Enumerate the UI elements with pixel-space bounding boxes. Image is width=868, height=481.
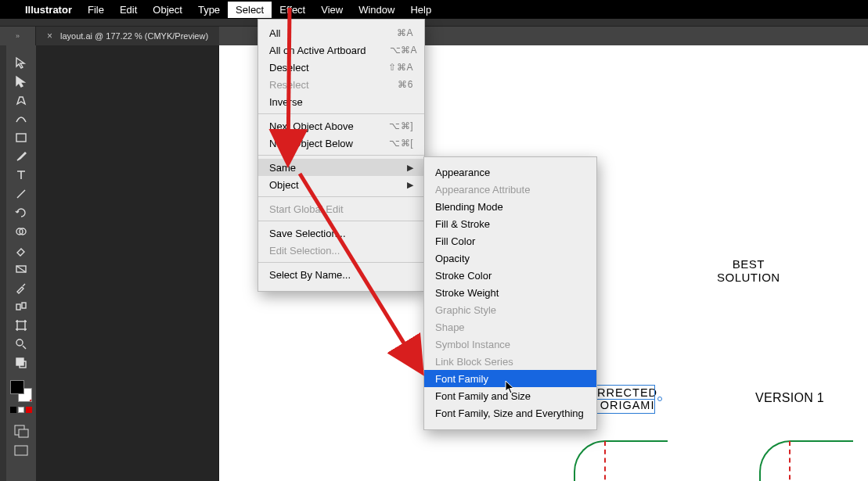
submenu-stroke-weight[interactable]: Stroke Weight bbox=[424, 284, 596, 301]
menu-item-global-edit: Start Global Edit bbox=[258, 200, 424, 217]
menu-view[interactable]: View bbox=[321, 4, 343, 16]
rectangle-tool[interactable] bbox=[9, 128, 34, 147]
document-tab-label: layout.ai @ 177.22 % (CMYK/Preview) bbox=[60, 31, 208, 41]
document-tab[interactable]: × layout.ai @ 177.22 % (CMYK/Preview) bbox=[36, 27, 219, 45]
eraser-tool[interactable] bbox=[9, 241, 34, 260]
submenu-link-block-series: Link Block Series bbox=[424, 353, 596, 370]
submenu-arrow-icon: ▶ bbox=[407, 180, 413, 190]
menu-separator bbox=[258, 155, 424, 156]
menu-item-inverse[interactable]: Inverse bbox=[258, 93, 424, 110]
line-tool[interactable] bbox=[9, 185, 34, 203]
color-box-icon[interactable] bbox=[10, 407, 16, 413]
menu-item-next-above[interactable]: Next Object Above⌥⌘] bbox=[258, 117, 424, 135]
menu-object[interactable]: Object bbox=[153, 4, 182, 16]
gradient-tool[interactable] bbox=[9, 260, 34, 278]
submenu-opacity[interactable]: Opacity bbox=[424, 249, 596, 267]
submenu-appearance-attr: Appearance Attribute bbox=[424, 181, 596, 198]
menu-effect[interactable]: Effect bbox=[279, 4, 305, 16]
menu-item-all-artboard[interactable]: All on Active Artboard⌥⌘A bbox=[258, 41, 424, 59]
canvas-text-version: VERSION 1 bbox=[755, 391, 824, 405]
menu-item-object[interactable]: Object▶ bbox=[258, 176, 424, 193]
menu-type[interactable]: Type bbox=[198, 4, 220, 16]
menu-file[interactable]: File bbox=[88, 4, 104, 16]
menu-item-all[interactable]: All⌘A bbox=[258, 24, 424, 41]
menu-separator bbox=[258, 262, 424, 263]
artwork-curve-icon bbox=[574, 440, 668, 481]
menu-separator bbox=[258, 113, 424, 114]
menu-help[interactable]: Help bbox=[410, 4, 431, 16]
submenu-shape: Shape bbox=[424, 318, 596, 336]
submenu-arrow-icon: ▶ bbox=[407, 163, 413, 173]
draw-mode-icon[interactable] bbox=[13, 424, 29, 438]
paintbrush-tool[interactable] bbox=[9, 147, 34, 166]
close-tab-icon[interactable]: × bbox=[47, 31, 52, 41]
menu-item-same[interactable]: Same▶ bbox=[258, 159, 424, 176]
submenu-stroke-color[interactable]: Stroke Color bbox=[424, 267, 596, 284]
mac-menubar: Illustrator File Edit Object Type Select… bbox=[0, 0, 868, 19]
menu-window[interactable]: Window bbox=[358, 4, 394, 16]
menu-item-reselect: Reselect⌘6 bbox=[258, 76, 424, 93]
svg-rect-0 bbox=[16, 134, 26, 142]
selection-handle-icon[interactable] bbox=[657, 397, 662, 401]
screen-mode-icon[interactable] bbox=[13, 444, 29, 458]
app-topstrip bbox=[0, 19, 868, 27]
menu-select[interactable]: Select bbox=[228, 2, 272, 18]
fill-toggle-tool[interactable] bbox=[9, 354, 34, 372]
selection-tool[interactable] bbox=[9, 53, 34, 72]
type-tool[interactable] bbox=[9, 166, 34, 185]
svg-rect-7 bbox=[22, 303, 26, 308]
artboard-tool[interactable] bbox=[9, 316, 34, 335]
menu-separator bbox=[258, 221, 424, 221]
menu-item-select-by-name[interactable]: Select By Name... bbox=[258, 266, 424, 283]
artwork-curve-icon bbox=[759, 440, 853, 481]
menu-item-next-below[interactable]: Next Object Below⌥⌘[ bbox=[258, 135, 424, 152]
pen-tool[interactable] bbox=[9, 91, 34, 109]
submenu-graphic-style: Graphic Style bbox=[424, 301, 596, 318]
svg-line-1 bbox=[17, 190, 25, 198]
artwork-guide-icon bbox=[789, 441, 791, 481]
svg-rect-14 bbox=[19, 429, 28, 437]
fill-color-swatch[interactable] bbox=[10, 380, 24, 394]
submenu-fill-color[interactable]: Fill Color bbox=[424, 232, 596, 249]
same-submenu-panel: Appearance Appearance Attribute Blending… bbox=[423, 156, 597, 430]
chevron-right-icon: » bbox=[16, 32, 20, 40]
color-mode-row[interactable] bbox=[10, 407, 32, 413]
submenu-font-family[interactable]: Font Family bbox=[424, 370, 596, 387]
submenu-fill-stroke[interactable]: Fill & Stroke bbox=[424, 215, 596, 232]
document-tab-bar: » × layout.ai @ 177.22 % (CMYK/Preview) bbox=[0, 27, 868, 45]
menu-item-deselect[interactable]: Deselect⇧⌘A bbox=[258, 59, 424, 76]
eyedropper-tool[interactable] bbox=[9, 278, 34, 297]
svg-line-5 bbox=[16, 266, 26, 272]
submenu-symbol-instance: Symbol Instance bbox=[424, 336, 596, 353]
direct-selection-tool[interactable] bbox=[9, 72, 34, 91]
artwork-guide-icon bbox=[604, 441, 606, 481]
svg-line-10 bbox=[23, 346, 26, 349]
submenu-font-family-all[interactable]: Font Family, Size and Everything bbox=[424, 404, 596, 422]
app-name: Illustrator bbox=[25, 4, 72, 16]
blend-tool[interactable] bbox=[9, 297, 34, 316]
canvas-selected-text[interactable]: RRECTED ORIGAMI bbox=[597, 386, 657, 411]
menu-item-edit-selection: Edit Selection... bbox=[258, 242, 424, 259]
curvature-tool[interactable] bbox=[9, 109, 34, 128]
color-red-icon[interactable] bbox=[26, 407, 32, 413]
menu-item-save-selection[interactable]: Save Selection... bbox=[258, 224, 424, 242]
svg-rect-8 bbox=[17, 321, 25, 329]
canvas-text-best-solution: BEST SOLUTION bbox=[717, 257, 780, 284]
zoom-tool[interactable] bbox=[9, 335, 34, 354]
select-menu-panel: All⌘A All on Active Artboard⌥⌘A Deselect… bbox=[258, 19, 425, 292]
color-none-icon[interactable] bbox=[18, 407, 24, 413]
submenu-blending-mode[interactable]: Blending Mode bbox=[424, 198, 596, 215]
svg-point-9 bbox=[16, 339, 23, 346]
fill-stroke-swatch[interactable] bbox=[10, 380, 32, 402]
shape-builder-tool[interactable] bbox=[9, 222, 34, 241]
submenu-appearance[interactable]: Appearance bbox=[424, 163, 596, 181]
menu-edit[interactable]: Edit bbox=[120, 4, 137, 16]
svg-rect-6 bbox=[16, 304, 20, 310]
left-strip bbox=[0, 45, 6, 481]
rotate-tool[interactable] bbox=[9, 203, 34, 222]
pasteboard-dark bbox=[36, 45, 219, 481]
menu-separator bbox=[258, 196, 424, 197]
submenu-font-family-size[interactable]: Font Family and Size bbox=[424, 387, 596, 404]
tool-palette bbox=[6, 45, 36, 481]
tab-overflow-button[interactable]: » bbox=[0, 27, 36, 45]
